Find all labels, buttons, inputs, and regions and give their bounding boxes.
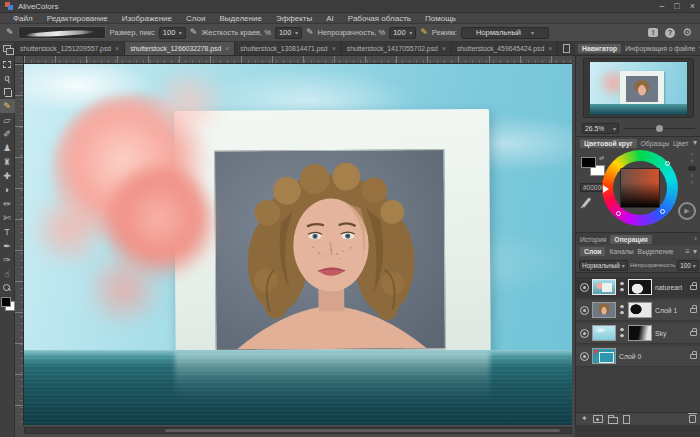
- close-tab-icon[interactable]: ×: [442, 45, 446, 52]
- knife-tool[interactable]: ✄: [0, 211, 15, 225]
- layer-thumbnail[interactable]: [592, 302, 616, 318]
- link-icon[interactable]: [619, 327, 625, 339]
- layer-name[interactable]: Слой 0: [619, 353, 641, 360]
- wheel-marker[interactable]: [616, 211, 621, 216]
- foreground-background-swatches[interactable]: [1, 297, 13, 309]
- menu-help[interactable]: Помощь: [418, 14, 463, 23]
- tab-history[interactable]: История: [580, 236, 606, 243]
- play-button[interactable]: ▶: [678, 202, 696, 220]
- hardness-pressure-icon[interactable]: ✎: [306, 28, 314, 37]
- brush-tool[interactable]: ✎: [0, 99, 15, 113]
- smudge-tool[interactable]: ◗: [0, 183, 15, 197]
- layer-mask-thumbnail[interactable]: [628, 325, 652, 341]
- layer-row-layer0[interactable]: Слой 0: [576, 346, 700, 367]
- pen-tool[interactable]: ✒: [0, 239, 15, 253]
- foreground-color-swatch[interactable]: [581, 157, 596, 168]
- tab-file-info[interactable]: Информация о файле: [625, 45, 695, 52]
- brush-preset-dropdown[interactable]: [18, 26, 106, 39]
- close-button[interactable]: ×: [690, 2, 695, 11]
- new-group-icon[interactable]: [608, 417, 618, 424]
- lasso-tool[interactable]: ɋ: [0, 71, 15, 85]
- zoom-slider-handle[interactable]: [656, 125, 663, 132]
- doc-tab[interactable]: shutterstock_459645424.psd×: [452, 42, 558, 55]
- text-tool[interactable]: T: [0, 225, 15, 239]
- add-mask-icon[interactable]: [593, 415, 603, 423]
- expand-arrow-icon[interactable]: ›: [694, 235, 697, 243]
- layer-name[interactable]: Sky: [655, 330, 666, 337]
- maximize-button[interactable]: □: [674, 2, 679, 11]
- lock-icon[interactable]: [690, 354, 697, 359]
- layer-mask-thumbnail[interactable]: [628, 302, 652, 318]
- doc-tab[interactable]: shutterstock_1251209557.psd×: [15, 42, 125, 55]
- tab-navigator[interactable]: Навигатор: [578, 44, 621, 53]
- tab-color[interactable]: Цвет: [673, 140, 688, 147]
- layer-row-sky[interactable]: Sky: [576, 323, 700, 344]
- lock-icon[interactable]: [690, 308, 697, 313]
- eyedropper-tool[interactable]: ✑: [0, 253, 15, 267]
- visibility-eye-icon[interactable]: [580, 329, 589, 338]
- close-tab-icon[interactable]: ×: [548, 45, 552, 52]
- link-icon[interactable]: [619, 281, 625, 293]
- layer-opacity-dropdown[interactable]: 100 ▾: [677, 260, 699, 271]
- delete-layer-icon[interactable]: [689, 415, 696, 423]
- doc-tab[interactable]: shutterstock_1417055702.psd×: [342, 42, 452, 55]
- layer-row-natureart[interactable]: natureart: [576, 277, 700, 298]
- doc-tab[interactable]: shutterstock_130814471.psd×: [235, 42, 341, 55]
- layer-name[interactable]: Слой 1: [655, 307, 677, 314]
- tab-swatches[interactable]: Образцы: [641, 140, 670, 147]
- panel-menu-icon[interactable]: ≡: [685, 248, 690, 256]
- swap-colors-icon[interactable]: ⇄: [599, 154, 604, 161]
- tab-operation[interactable]: Операция: [610, 235, 651, 244]
- menu-effects[interactable]: Эффекты: [269, 14, 319, 23]
- link-icon[interactable]: [619, 304, 625, 316]
- blend-mode-dropdown[interactable]: Нормальный▾: [461, 27, 549, 39]
- eraser-tool[interactable]: ▱: [0, 113, 15, 127]
- menu-file[interactable]: Файл: [6, 14, 40, 23]
- panels-toggle-icon[interactable]: [3, 45, 12, 53]
- close-tab-icon[interactable]: ×: [332, 45, 336, 52]
- zoom-level-dropdown[interactable]: 26.5% ▾: [582, 123, 619, 134]
- opacity-pressure-icon[interactable]: ✎: [420, 28, 428, 37]
- navigator-preview[interactable]: [583, 58, 694, 118]
- size-pressure-icon[interactable]: ✎: [190, 28, 198, 37]
- harmony-option-icon[interactable]: ▿: [691, 152, 694, 157]
- rect-select-tool[interactable]: [0, 57, 15, 71]
- settings-gear-icon[interactable]: ⚙: [682, 27, 692, 38]
- layer-mask-thumbnail[interactable]: [628, 279, 652, 295]
- menu-edit[interactable]: Редактирование: [40, 14, 115, 23]
- help-icon[interactable]: ?: [665, 28, 675, 38]
- eyedropper-icon[interactable]: [582, 197, 591, 207]
- chameleon-brush-tool[interactable]: ✐: [0, 127, 15, 141]
- new-document-icon[interactable]: [563, 44, 570, 53]
- menu-workspace[interactable]: Рабочая область: [341, 14, 418, 23]
- art-stamp-tool[interactable]: ♜: [0, 155, 15, 169]
- hue-triangle-marker[interactable]: [603, 185, 609, 193]
- harmony-option-icon[interactable]: ▿: [691, 159, 694, 164]
- new-layer-icon[interactable]: [623, 415, 630, 424]
- tab-channels[interactable]: Каналы: [609, 248, 633, 255]
- lock-icon[interactable]: [690, 285, 697, 290]
- harmony-option-icon[interactable]: ▿: [691, 173, 694, 178]
- visibility-eye-icon[interactable]: [580, 283, 589, 292]
- wheel-marker[interactable]: [660, 209, 665, 214]
- layer-thumbnail[interactable]: [592, 348, 616, 364]
- layer-row-layer1[interactable]: Слой 1: [576, 300, 700, 321]
- menu-layers[interactable]: Слои: [179, 14, 212, 23]
- minimize-button[interactable]: –: [659, 2, 664, 11]
- menu-selection[interactable]: Выделение: [212, 14, 268, 23]
- chevron-down-icon[interactable]: ▾: [693, 248, 697, 256]
- feedback-icon[interactable]: !: [648, 28, 658, 37]
- harmony-option-icon[interactable]: ▿: [691, 180, 694, 185]
- healing-brush-tool[interactable]: ✚: [0, 169, 15, 183]
- lock-icon[interactable]: [690, 331, 697, 336]
- zoom-slider[interactable]: [624, 128, 695, 129]
- pencil-tool[interactable]: ✏: [0, 197, 15, 211]
- saturation-value-square[interactable]: [621, 169, 659, 207]
- chevron-down-icon[interactable]: ▾: [693, 139, 697, 147]
- layer-blend-mode-dropdown[interactable]: Нормальный ▾: [579, 260, 628, 271]
- horizontal-scrollbar[interactable]: [24, 427, 572, 434]
- wheel-marker[interactable]: [665, 161, 670, 166]
- opacity-dropdown[interactable]: 100▾: [389, 27, 416, 39]
- visibility-eye-icon[interactable]: [580, 306, 589, 315]
- zoom-tool[interactable]: [0, 281, 15, 295]
